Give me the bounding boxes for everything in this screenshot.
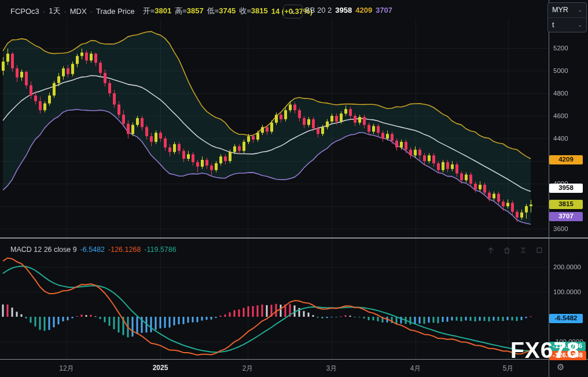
chevron-left-icon: ‹ [292,8,294,16]
price-scale-settings-widget: MYR ⌄ t ⌄ [547,2,587,32]
pane-delete-button[interactable] [500,244,514,257]
bb-basis-value: 3958 [335,6,352,14]
price-axis-tick: 5200 [553,44,568,52]
bb-upper-value: 4209 [355,6,372,14]
time-axis-label: 5月 [503,364,514,374]
separator-dot: · [43,7,45,16]
pane-maximize-button[interactable] [532,244,546,257]
bb-lower-value: 3707 [376,6,392,14]
macd-axis-tick: 200.0000 [553,263,581,271]
collapse-legend-button[interactable]: ‹ [283,5,303,19]
ohlc-low: 低=3745 [207,6,236,16]
macd-signal-value: -119.5786 [144,246,176,254]
unit-value: t [552,21,554,29]
macd-axis-tick: 100.0000 [553,288,581,296]
arrow-up-icon [487,246,495,254]
time-axis-label: 3月 [326,364,337,374]
time-axis-label: 12月 [59,364,74,374]
symbol-legend[interactable]: FCPOc3 · 1天 · MDX · Trade Price 开=3801 高… [10,6,313,16]
pane-move-up-button[interactable] [484,244,498,257]
separator-dot: · [64,7,66,16]
ohlc-close: 收=3815 [239,6,268,16]
exchange-label: MDX [70,7,87,16]
price-axis-tick: 3600 [553,225,568,233]
price-label-chip: 3815 [549,200,583,209]
time-axis[interactable]: ⚙ 12月20252月3月4月5月 [0,359,588,377]
price-label-chip: 4209 [549,155,583,164]
chevron-down-icon: ⌄ [578,22,582,28]
chart-plot-area[interactable] [0,0,549,359]
maximize-icon [535,246,543,254]
chart-window: FCPOc3 · 1天 · MDX · Trade Price 开=3801 高… [0,0,588,377]
currency-value: MYR [552,6,568,14]
ohlc-open: 开=3801 [143,6,172,16]
symbol-name: FCPOc3 [10,7,39,16]
time-axis-settings-gear-icon[interactable]: ⚙ [557,362,564,372]
price-label-chip: 3707 [549,212,583,221]
ohlc-high: 高=3857 [175,6,204,16]
macd-legend[interactable]: MACD 12 26 close 9 -6.5482 -126.1268 -11… [10,246,177,254]
price-axis-tick: 5000 [553,67,568,75]
price-axis-tick: 4600 [553,112,568,120]
unit-dropdown[interactable]: t ⌄ [548,17,586,32]
time-axis-label: 2025 [153,364,168,372]
price-axis-tick: 4800 [553,89,568,97]
macd-label-chip: -6.5482 [549,314,583,323]
macd-histogram-value: -6.5482 [80,246,105,254]
pane-divider[interactable] [0,237,588,239]
pane-collapse-button[interactable] [516,244,530,257]
macd-line-value: -126.1268 [108,246,141,254]
time-axis-label: 4月 [410,364,421,374]
currency-dropdown[interactable]: MYR ⌄ [548,3,586,17]
fx678-watermark: FX678 [510,338,580,363]
price-label-chip: 3958 [549,184,583,193]
chevron-down-icon: ⌄ [578,7,582,13]
separator-dot: · [90,7,93,16]
series-label: Trade Price [96,7,135,16]
trash-icon [503,246,511,254]
bb-legend[interactable]: BB 20 2 3958 4209 3707 [305,6,392,14]
interval-label: 1天 [49,6,60,16]
macd-legend-label: MACD 12 26 close 9 [10,246,77,254]
price-axis-tick: 4400 [553,134,568,142]
time-axis-label: 2月 [242,364,253,374]
collapse-icon [519,246,527,254]
pane-control-buttons [484,244,546,257]
bb-legend-label: BB 20 2 [305,6,332,14]
price-axis[interactable]: 5200500048004600440040003600200.0000100.… [549,0,588,359]
